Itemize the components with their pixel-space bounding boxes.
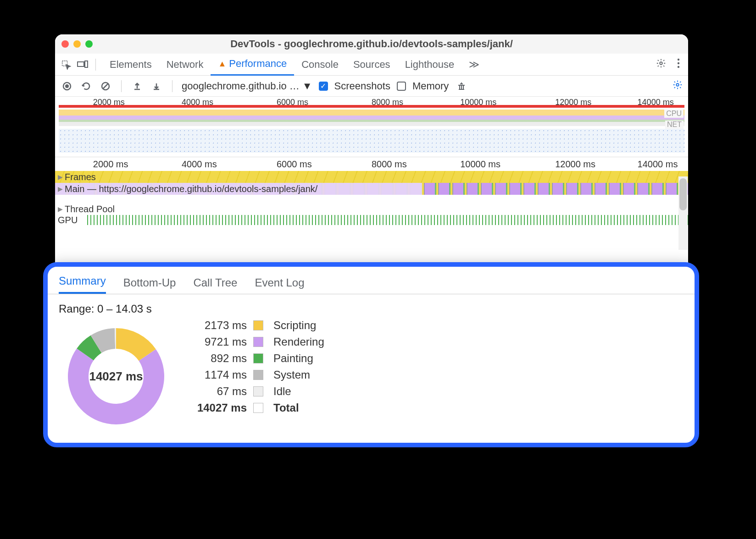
kebab-menu-icon[interactable] <box>673 58 684 71</box>
legend-ms: 9721 ms <box>178 336 247 348</box>
download-icon[interactable] <box>150 82 163 91</box>
legend-swatch <box>253 403 263 413</box>
expand-icon[interactable]: ▶ <box>58 185 63 192</box>
cpu-band: CPU <box>59 110 684 126</box>
gpu-label: GPU <box>58 215 78 226</box>
legend-name: Idle <box>273 385 324 398</box>
net-label: NET <box>665 121 684 129</box>
svg-point-6 <box>678 66 679 67</box>
main-track[interactable]: ▶Main — https://googlechrome.github.io/d… <box>55 183 688 195</box>
panel-tabs-row: Elements Network ▲ Performance Console S… <box>55 54 688 76</box>
svg-rect-2 <box>85 61 88 67</box>
svg-point-5 <box>678 62 679 64</box>
panel-tabs: Elements Network ▲ Performance Console S… <box>102 54 487 76</box>
more-tabs-button[interactable]: ≫ <box>461 54 487 76</box>
scrollbar-thumb[interactable] <box>679 178 687 210</box>
titlebar: DevTools - googlechrome.github.io/devtoo… <box>55 34 688 54</box>
details-subtabs: Summary Bottom-Up Call Tree Event Log <box>48 267 695 294</box>
frames-label: Frames <box>65 172 96 182</box>
record-icon[interactable] <box>61 82 73 91</box>
legend-swatch <box>253 337 263 347</box>
overview-minimap[interactable]: || || 2000 ms 4000 ms 6000 ms 8000 ms 10… <box>55 97 688 157</box>
legend-swatch <box>253 386 263 396</box>
subtab-event-log[interactable]: Event Log <box>255 276 304 294</box>
legend-name: Painting <box>273 352 324 365</box>
screenshots-checkbox[interactable]: ✓ <box>319 82 328 91</box>
legend-swatch <box>253 370 263 380</box>
tab-lighthouse[interactable]: Lighthouse <box>398 54 462 76</box>
tab-performance-label: Performance <box>229 58 287 70</box>
donut-slice-rendering <box>68 348 164 424</box>
screenshots-label: Screenshots <box>334 80 390 92</box>
svg-point-8 <box>65 84 69 88</box>
thread-pool-track[interactable]: ▶Thread Pool <box>55 203 688 215</box>
tab-network[interactable]: Network <box>159 54 211 76</box>
cpu-label: CPU <box>664 110 684 118</box>
detail-time-axis: 2000 ms 4000 ms 6000 ms 8000 ms 10000 ms… <box>55 157 688 171</box>
tab-console[interactable]: Console <box>294 54 346 76</box>
legend-ms: 2173 ms <box>178 319 247 332</box>
legend-name: Total <box>273 402 324 414</box>
garbage-collect-icon[interactable] <box>455 81 468 91</box>
summary-legend: 2173 msScripting9721 msRendering892 msPa… <box>178 319 324 414</box>
svg-line-10 <box>103 84 108 88</box>
upload-icon[interactable] <box>131 82 144 91</box>
legend-ms: 892 ms <box>178 352 247 365</box>
summary-donut-chart: 14027 ms <box>59 319 173 434</box>
svg-point-4 <box>678 58 679 60</box>
divider <box>121 80 122 92</box>
legend-ms: 1174 ms <box>178 368 247 381</box>
subtab-summary[interactable]: Summary <box>59 275 106 294</box>
main-label: Main — https://googlechrome.github.io/de… <box>65 184 317 194</box>
svg-rect-1 <box>78 62 84 66</box>
tab-elements[interactable]: Elements <box>102 54 159 76</box>
subtab-bottom-up[interactable]: Bottom-Up <box>123 276 176 294</box>
expand-icon[interactable]: ▶ <box>58 205 63 213</box>
device-toolbar-icon[interactable] <box>76 58 89 71</box>
divider <box>172 80 172 92</box>
warning-icon: ▲ <box>218 59 226 69</box>
legend-name: Scripting <box>273 319 324 332</box>
donut-center-label: 14027 ms <box>59 369 173 384</box>
recording-select-label: googlechrome.github.io … <box>182 80 300 92</box>
reload-icon[interactable] <box>80 82 93 91</box>
inspect-element-icon[interactable] <box>60 58 72 71</box>
legend-swatch <box>253 353 263 363</box>
thread-pool-label: Thread Pool <box>65 204 115 214</box>
capture-settings-gear-icon[interactable] <box>673 80 683 93</box>
svg-point-11 <box>676 83 679 86</box>
legend-ms: 14027 ms <box>178 402 247 414</box>
summary-body: 14027 ms 2173 msScripting9721 msRenderin… <box>48 319 695 434</box>
performance-toolbar: googlechrome.github.io … ▼ ✓ Screenshots… <box>55 76 688 97</box>
clear-icon[interactable] <box>99 82 112 91</box>
gpu-track[interactable]: GPU <box>55 215 688 225</box>
subtab-call-tree[interactable]: Call Tree <box>193 276 237 294</box>
memory-checkbox[interactable] <box>397 82 406 91</box>
window-title: DevTools - googlechrome.github.io/devtoo… <box>55 38 688 50</box>
tab-sources[interactable]: Sources <box>346 54 398 76</box>
chevron-down-icon: ▼ <box>302 80 312 92</box>
fps-bar <box>59 105 684 108</box>
vertical-scrollbar[interactable] <box>678 176 688 250</box>
frames-track[interactable]: ▶Frames <box>55 171 688 183</box>
legend-name: System <box>273 368 324 381</box>
svg-point-3 <box>660 62 662 65</box>
memory-label: Memory <box>412 80 449 92</box>
net-band: NET <box>59 129 684 153</box>
legend-swatch <box>253 320 263 330</box>
legend-name: Rendering <box>273 336 324 348</box>
summary-panel-highlight: Summary Bottom-Up Call Tree Event Log Ra… <box>43 262 699 447</box>
settings-gear-icon[interactable] <box>652 58 670 71</box>
range-label: Range: 0 – 14.03 s <box>48 294 695 319</box>
recording-select[interactable]: googlechrome.github.io … ▼ <box>182 80 312 92</box>
tab-performance[interactable]: ▲ Performance <box>211 54 294 76</box>
expand-icon[interactable]: ▶ <box>58 173 63 181</box>
divider <box>95 59 96 71</box>
legend-ms: 67 ms <box>178 385 247 398</box>
